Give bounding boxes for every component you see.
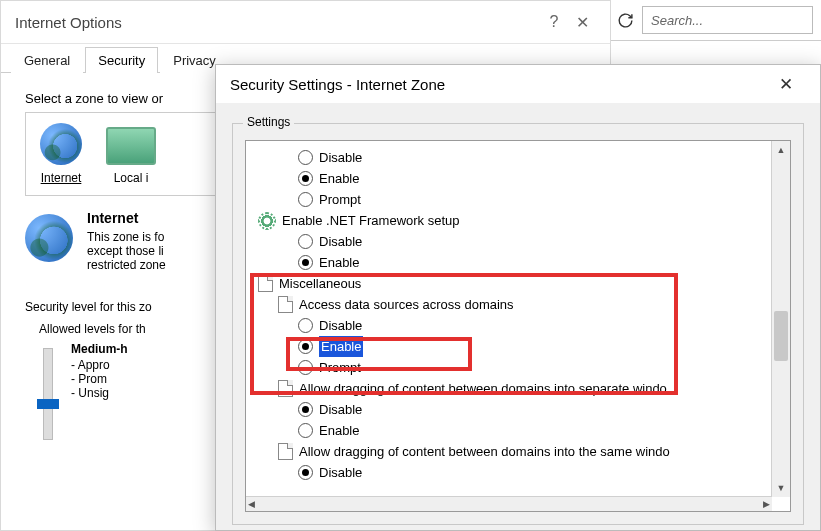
zone-desc-line: This zone is fo [87, 230, 166, 244]
setting-radio[interactable]: Enable [250, 336, 766, 357]
setting-radio[interactable]: Prompt [250, 189, 766, 210]
radio-icon[interactable] [298, 465, 313, 480]
settings-group: Settings DisableEnablePromptEnable .NET … [232, 123, 804, 525]
zone-local-intranet[interactable]: Local i [106, 127, 156, 185]
level-name: Medium-h [71, 342, 128, 356]
close-icon[interactable]: ✕ [568, 13, 596, 32]
setting-category-label: Access data sources across domains [299, 294, 514, 315]
scroll-right-icon[interactable]: ▶ [763, 499, 770, 509]
horizontal-scrollbar[interactable]: ◀ ▶ [246, 496, 772, 511]
setting-radio-label: Prompt [319, 189, 361, 210]
radio-icon[interactable] [298, 255, 313, 270]
search-input[interactable]: Search... [642, 6, 813, 34]
setting-radio[interactable]: Disable [250, 315, 766, 336]
security-level-text: Medium-h - Appro - Prom - Unsig [71, 342, 128, 440]
globe-icon [40, 123, 82, 165]
setting-category: Allow dragging of content between domain… [250, 441, 766, 462]
zone-desc-line: except those li [87, 244, 166, 258]
setting-radio-label: Disable [319, 315, 362, 336]
setting-category: Allow dragging of content between domain… [250, 378, 766, 399]
zone-internet[interactable]: Internet [40, 123, 82, 185]
setting-category: Enable .NET Framework setup [250, 210, 766, 231]
vertical-scrollbar[interactable]: ▲ ▼ [771, 141, 790, 497]
radio-icon[interactable] [298, 423, 313, 438]
radio-icon[interactable] [298, 171, 313, 186]
setting-radio[interactable]: Disable [250, 147, 766, 168]
document-icon [278, 296, 293, 313]
zone-label-local: Local i [114, 171, 149, 185]
setting-radio-label: Disable [319, 462, 362, 483]
scroll-down-icon[interactable]: ▼ [772, 479, 790, 497]
setting-radio[interactable]: Disable [250, 399, 766, 420]
setting-category-label: Enable .NET Framework setup [282, 210, 460, 231]
internet-options-titlebar: Internet Options ? ✕ [1, 1, 610, 44]
scroll-up-icon[interactable]: ▲ [772, 141, 790, 159]
setting-radio[interactable]: Prompt [250, 357, 766, 378]
scroll-thumb[interactable] [774, 311, 788, 361]
settings-tree: DisableEnablePromptEnable .NET Framework… [245, 140, 791, 512]
zone-description: Internet This zone is fo except those li… [87, 210, 166, 272]
document-icon [278, 380, 293, 397]
setting-radio-label: Disable [319, 399, 362, 420]
tab-security[interactable]: Security [85, 47, 158, 73]
radio-icon[interactable] [298, 234, 313, 249]
setting-radio-label: Enable [319, 168, 359, 189]
scroll-left-icon[interactable]: ◀ [248, 499, 255, 509]
slider-thumb[interactable] [37, 399, 59, 409]
level-bullet: - Unsig [71, 386, 128, 400]
setting-category-label: Miscellaneous [279, 273, 361, 294]
level-bullet: - Prom [71, 372, 128, 386]
setting-category-label: Allow dragging of content between domain… [299, 441, 670, 462]
setting-radio-label: Prompt [319, 357, 361, 378]
setting-radio[interactable]: Enable [250, 420, 766, 441]
security-settings-titlebar: Security Settings - Internet Zone ✕ [216, 65, 820, 103]
gear-icon [258, 212, 276, 230]
zone-desc-title: Internet [87, 210, 166, 226]
setting-radio-label: Enable [319, 420, 359, 441]
setting-radio-label: Enable [319, 336, 363, 357]
setting-radio-label: Enable [319, 252, 359, 273]
security-settings-window: Security Settings - Internet Zone ✕ Sett… [215, 64, 821, 531]
security-settings-title: Security Settings - Internet Zone [230, 76, 445, 93]
help-icon[interactable]: ? [540, 13, 568, 31]
document-icon [258, 275, 273, 292]
setting-radio[interactable]: Disable [250, 231, 766, 252]
setting-category: Miscellaneous [250, 273, 766, 294]
browser-toolbar: ▾ Search... [594, 0, 821, 41]
radio-icon[interactable] [298, 192, 313, 207]
setting-radio[interactable]: Enable [250, 168, 766, 189]
level-bullet: - Appro [71, 358, 128, 372]
radio-icon[interactable] [298, 360, 313, 375]
setting-category: Access data sources across domains [250, 294, 766, 315]
radio-icon[interactable] [298, 318, 313, 333]
tab-general[interactable]: General [11, 47, 83, 73]
monitor-icon [106, 127, 156, 165]
zone-desc-line: restricted zone [87, 258, 166, 272]
security-level-slider[interactable] [43, 348, 53, 440]
globe-icon [25, 214, 73, 262]
setting-radio-label: Disable [319, 231, 362, 252]
zone-label-internet: Internet [41, 171, 82, 185]
radio-icon[interactable] [298, 339, 313, 354]
setting-category-label: Allow dragging of content between domain… [299, 378, 667, 399]
internet-options-title: Internet Options [15, 14, 122, 31]
document-icon [278, 443, 293, 460]
setting-radio[interactable]: Enable [250, 252, 766, 273]
radio-icon[interactable] [298, 402, 313, 417]
setting-radio[interactable]: Disable [250, 462, 766, 483]
settings-group-label: Settings [243, 115, 294, 129]
close-icon[interactable]: ✕ [766, 74, 806, 95]
refresh-icon[interactable] [616, 11, 634, 29]
setting-radio-label: Disable [319, 147, 362, 168]
radio-icon[interactable] [298, 150, 313, 165]
